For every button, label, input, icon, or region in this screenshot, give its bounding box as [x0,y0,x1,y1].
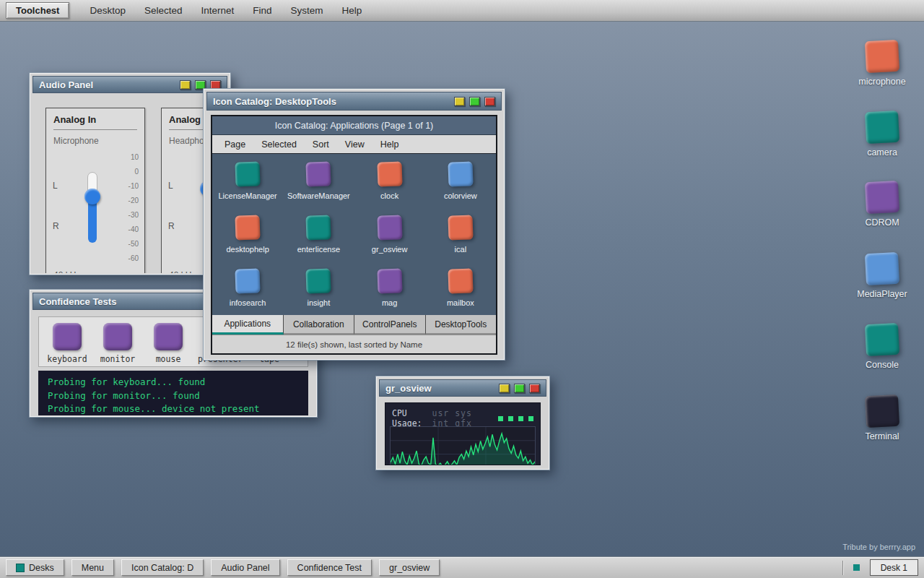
menu-item-desktop[interactable]: Desktop [90,5,126,16]
catalog-menu-page[interactable]: Page [225,139,245,150]
taskbar-confidence-test-button[interactable]: Confidence Test [287,559,372,576]
window-icon-catalog: Icon Catalog: DesktopTools Icon Catalog:… [203,88,505,361]
camera-icon [865,111,899,144]
terminal-icon [865,394,899,428]
insight-icon [306,269,331,294]
device-monitor[interactable]: monitor [97,323,139,364]
taskbar-desks-button[interactable]: Desks [6,559,64,576]
device-mouse[interactable]: mouse [147,323,189,364]
window-title: Icon Catalog: DesktopTools [213,96,336,107]
catalog-item-mag[interactable]: mag [354,262,425,315]
cpu-graph-area [391,434,535,465]
minimize-button[interactable] [499,384,510,393]
window-title: Confidence Tests [39,296,116,307]
desktop-icon-label: microphone [853,77,912,87]
volume-scale: 100 -10-20 -30-40 -50-60 [117,153,139,269]
volume-slider-thumb[interactable] [84,189,100,204]
left-channel-label: L [168,181,173,191]
desktop-icon-camera[interactable]: camera [853,111,912,158]
right-channel-label: R [168,221,175,231]
catalog-item-ical[interactable]: ical [425,207,496,261]
minimize-button[interactable] [454,97,465,106]
mouse-icon [154,323,183,350]
catalog-menu-view[interactable]: View [345,139,365,150]
catalog-item-enterlicense[interactable]: enterlicense [283,207,354,261]
menu-item-help[interactable]: Help [342,5,362,16]
desktop-icon-label: Terminal [853,431,912,441]
close-button[interactable] [529,384,540,393]
legend-swatch-icon [518,416,523,421]
cpu-graph-svg [391,427,535,465]
desktop-icon-cdrom[interactable]: CDROM [853,181,912,228]
maximize-button[interactable] [514,384,525,393]
catalog-item-licensemanager[interactable]: LicenseManager [212,154,283,207]
taskbar-audio-panel-button[interactable]: Audio Panel [211,559,279,576]
catalog-status-bar: 12 file(s) shown, last sorted by Name [212,335,496,353]
catalog-menu-selected[interactable]: Selected [261,139,297,150]
tribute-text: Tribute by berrry.app [842,543,915,551]
menu-item-find[interactable]: Find [253,5,271,16]
taskbar: Desks Menu Icon Catalog: D Audio Panel C… [0,556,924,578]
catalog-menu-help[interactable]: Help [380,139,399,150]
desktop-icon-microphone[interactable]: microphone [853,40,912,87]
tab-collaboration[interactable]: Collaboration [284,315,355,335]
taskbar-separator [842,561,843,575]
catalog-item-gr-osview[interactable]: gr_osview [354,207,425,261]
catalog-item-desktophelp[interactable]: desktophelp [212,207,283,261]
toolchest-button[interactable]: Toolchest [6,2,69,19]
menu-item-internet[interactable]: Internet [201,5,235,16]
window-audio-panel: Audio Panel Analog In Microphone 100 -10… [29,72,231,275]
clock-icon [377,161,402,186]
catalog-icon-grid: LicenseManager SoftwareManager clock col… [212,154,496,315]
icon-catalog-content: Icon Catalog: Applications (Page 1 of 1)… [206,111,502,359]
catalog-item-colorview[interactable]: colorview [425,154,496,207]
catalog-item-softwaremanager[interactable]: SoftwareManager [283,154,354,207]
tab-applications[interactable]: Applications [212,315,284,335]
catalog-menu-sort[interactable]: Sort [313,139,329,150]
desktop-icon-label: CDROM [853,217,912,228]
catalog-item-mailbox[interactable]: mailbox [425,262,496,315]
taskbar-icon-catalog-button[interactable]: Icon Catalog: D [121,559,204,576]
audio-panel-titlebar[interactable]: Audio Panel [32,76,227,93]
mag-icon [377,269,402,294]
legend-swatches [498,416,533,421]
icon-catalog-titlebar[interactable]: Icon Catalog: DesktopTools [206,92,502,111]
legend-swatch-icon [498,416,503,421]
device-keyboard[interactable]: keyboard [46,323,88,364]
catalog-inner-window: Icon Catalog: Applications (Page 1 of 1)… [211,115,497,355]
gr-osview-icon [377,215,402,240]
log-line: Probing for monitor... found [48,389,299,403]
desktop-icon-mediaplayer[interactable]: MediaPlayer [853,253,912,299]
catalog-page-header: Icon Catalog: Applications (Page 1 of 1) [212,116,496,135]
minimize-button[interactable] [180,80,191,90]
gr-osview-content: CPU Usage: usr sys int gfx [379,400,546,468]
sample-rate-label: 48 kHz [53,270,80,273]
sample-rate-label: 48 kHz [169,270,196,273]
catalog-tabs: Applications Collaboration ControlPanels… [212,315,496,335]
window-title: Audio Panel [39,79,93,90]
window-buttons [499,384,540,393]
taskbar-gr-osview-button[interactable]: gr_osview [379,559,440,576]
gr-osview-titlebar[interactable]: gr_osview [379,379,546,397]
ical-icon [448,215,473,240]
desktop-icon-label: camera [853,147,912,158]
menu-item-selected[interactable]: Selected [144,5,183,16]
desktop-icon-terminal[interactable]: Terminal [853,395,912,441]
desktop-icon-console[interactable]: Console [853,324,912,370]
cpu-usage-panel: CPU Usage: usr sys int gfx [385,402,541,465]
microphone-icon [865,40,899,73]
catalog-item-insight[interactable]: insight [283,262,354,315]
catalog-item-infosearch[interactable]: infosearch [212,262,283,315]
menu-item-system[interactable]: System [291,5,323,16]
tab-desktoptools[interactable]: DesktopTools [426,315,497,335]
desk-1-button[interactable]: Desk 1 [870,559,918,576]
tab-controlpanels[interactable]: ControlPanels [354,315,426,335]
cdrom-icon [865,181,899,214]
softwaremanager-icon [306,161,331,186]
close-button[interactable] [484,97,495,106]
taskbar-menu-button[interactable]: Menu [71,559,114,576]
catalog-item-clock[interactable]: clock [354,154,425,207]
enterlicense-icon [306,215,331,240]
licensemanager-icon [235,161,261,186]
maximize-button[interactable] [469,97,480,106]
